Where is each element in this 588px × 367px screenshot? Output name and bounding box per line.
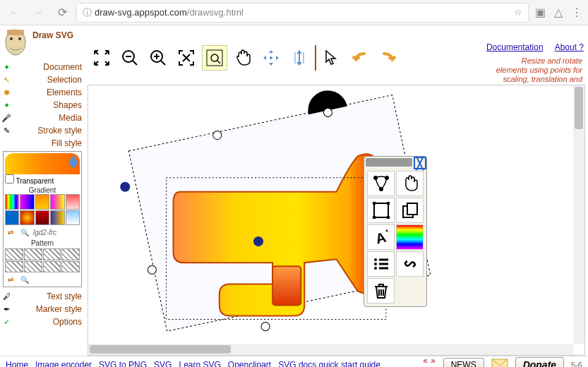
svg-rect-37 <box>492 359 508 368</box>
transparent-checkbox[interactable]: Transparent <box>5 177 54 185</box>
page-indicator: 5-6 <box>571 361 582 368</box>
search-icon[interactable]: 🔍 <box>19 274 30 285</box>
menu-elements[interactable]: ✱Elements <box>0 86 85 99</box>
redo-button[interactable] <box>376 45 401 71</box>
menu-marker-style[interactable]: ✒Marker style <box>0 303 85 315</box>
gradient-swatch[interactable] <box>66 210 80 226</box>
documentation-link[interactable]: Documentation <box>486 42 544 56</box>
back-button[interactable]: ← <box>4 3 24 23</box>
resize-handle[interactable] <box>261 323 270 331</box>
pattern-swatch[interactable] <box>43 261 61 273</box>
menu-shapes[interactable]: ✦Shapes <box>0 99 85 112</box>
gradient-swatch[interactable] <box>50 210 64 226</box>
pattern-swatch[interactable] <box>61 248 80 260</box>
hand-button[interactable] <box>396 171 424 196</box>
color-button[interactable] <box>396 224 424 250</box>
flip-button[interactable] <box>287 45 312 71</box>
toolbar-separator <box>315 45 316 71</box>
url-bar[interactable]: ⓘ draw-svg.appspot.com/drawsvg.html ☆ <box>76 3 529 23</box>
svg-rect-26 <box>373 216 376 219</box>
move-button[interactable] <box>258 45 284 71</box>
extension-icon-2[interactable]: △ <box>551 6 565 19</box>
menu-text-style[interactable]: 🖋Text style <box>0 290 85 303</box>
info-icon: ⓘ <box>83 6 92 19</box>
app-title: Draw SVG <box>32 30 73 40</box>
link-button[interactable] <box>396 251 424 277</box>
donate-button[interactable]: Donate <box>515 357 564 368</box>
bounds-button[interactable] <box>367 198 395 223</box>
pattern-swatch[interactable] <box>5 261 23 273</box>
pan-button[interactable] <box>230 45 256 71</box>
svg-point-32 <box>374 263 377 265</box>
menu-fill-style[interactable]: Fill style <box>0 137 85 150</box>
gradient-swatch[interactable] <box>66 194 80 210</box>
gradient-swatch[interactable] <box>20 194 34 210</box>
gradient-swatch[interactable] <box>35 210 49 226</box>
pattern-swatch[interactable] <box>61 261 80 273</box>
canvas[interactable]: ╳ A <box>88 85 585 356</box>
fit-button[interactable] <box>174 45 199 71</box>
pointer-button[interactable] <box>319 45 344 71</box>
zoom-in-button[interactable] <box>145 45 171 71</box>
gradient-swatch[interactable] <box>20 210 34 226</box>
svg-point-31 <box>374 258 377 261</box>
copy-button[interactable] <box>396 198 424 223</box>
undo-button[interactable] <box>347 45 373 71</box>
footer-link-openclipart[interactable]: Openclipart <box>228 360 271 368</box>
resize-handle[interactable] <box>323 108 332 116</box>
zoom-area-button[interactable] <box>202 45 227 71</box>
resize-handle[interactable] <box>148 265 156 274</box>
menu-selection[interactable]: ↖Selection <box>0 73 85 86</box>
pattern-swatch[interactable] <box>5 248 23 260</box>
about-link[interactable]: About ? <box>555 42 584 56</box>
flip-h-icon[interactable]: ⇄ <box>5 274 16 285</box>
news-button[interactable]: NEWS <box>443 358 484 368</box>
footer-link-learn-svg[interactable]: Learn SVG <box>179 360 220 368</box>
hint-text: Resize and rotate elements using points … <box>405 56 588 85</box>
gradient-swatch[interactable] <box>35 194 49 210</box>
svg-point-19 <box>253 236 263 246</box>
fullscreen-button[interactable] <box>89 45 114 71</box>
pattern-swatch[interactable] <box>43 248 61 260</box>
horizontal-scrollbar[interactable] <box>88 344 573 355</box>
mail-icon[interactable] <box>491 359 508 368</box>
reload-button[interactable]: ⟳ <box>52 3 72 23</box>
extension-icon[interactable]: ▣ <box>533 6 547 19</box>
svg-rect-3 <box>7 30 24 35</box>
bookmark-icon[interactable]: ☆ <box>514 7 522 18</box>
footer-link-svg[interactable]: SVG <box>154 360 172 368</box>
edit-points-button[interactable] <box>367 171 395 196</box>
forward-button[interactable]: → <box>28 3 48 23</box>
search-icon[interactable]: 🔍 <box>19 227 30 238</box>
vertical-scrollbar[interactable] <box>573 85 584 344</box>
gradient-swatch[interactable] <box>5 210 19 226</box>
gradient-swatch[interactable] <box>5 194 19 210</box>
close-icon[interactable]: ╳ <box>414 157 426 169</box>
footer-link-svg-to-png[interactable]: SVG to PNG <box>99 360 147 368</box>
list-button[interactable] <box>367 251 395 277</box>
menu-document[interactable]: ✦Document <box>0 61 85 73</box>
menu-icon[interactable]: ⋮ <box>570 6 584 19</box>
resize-handle[interactable] <box>213 131 222 139</box>
svg-rect-25 <box>387 202 390 205</box>
menu-stroke-style[interactable]: ✎Stroke style <box>0 124 85 137</box>
footer-link-quickstart[interactable]: SVG docs quick start guide <box>278 360 380 368</box>
menu-media[interactable]: 🎤Media <box>0 112 85 124</box>
svg-rect-23 <box>374 203 388 217</box>
svg-point-1 <box>10 37 13 40</box>
pattern-swatch[interactable] <box>24 248 42 260</box>
footer-link-image-encoder[interactable]: Image encoder <box>35 360 92 368</box>
delete-button[interactable] <box>367 278 395 303</box>
footer-link-home[interactable]: Home <box>6 360 28 368</box>
pattern-swatch[interactable] <box>24 261 42 273</box>
expand-icon[interactable] <box>422 358 436 368</box>
panel-drag-handle[interactable] <box>366 158 412 167</box>
gradient-swatch[interactable] <box>50 194 64 210</box>
menu-options[interactable]: ✓Options <box>0 315 85 328</box>
flip-h-icon[interactable]: ⇄ <box>5 227 16 238</box>
element-tools-panel[interactable]: ╳ A <box>364 156 427 307</box>
text-button[interactable]: A <box>367 224 395 250</box>
rotate-handle[interactable] <box>120 182 130 192</box>
zoom-out-button[interactable] <box>117 45 143 71</box>
svg-line-13 <box>217 61 220 64</box>
